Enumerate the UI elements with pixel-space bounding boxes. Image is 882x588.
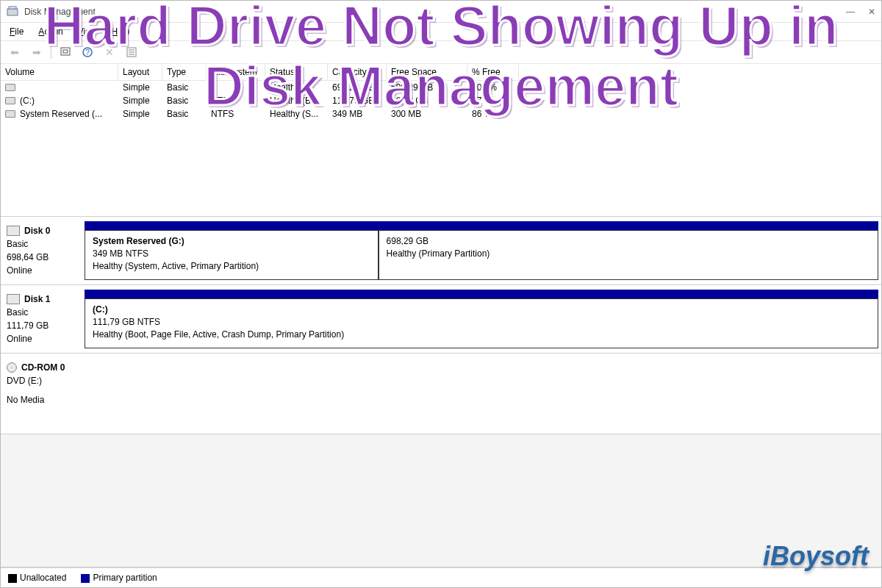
menu-help[interactable]: Help [106, 24, 136, 39]
col-layout[interactable]: Layout [118, 64, 162, 81]
disk-label[interactable]: Disk 0 Basic 698,64 GB Online [4, 221, 85, 280]
volume-header-row: Volume Layout Type File System Status Ca… [1, 64, 881, 81]
cell-free: 18,93 GB [387, 94, 467, 107]
col-filesystem[interactable]: File System [207, 64, 265, 81]
disk-icon [7, 226, 20, 236]
cell-type: Basic [162, 107, 207, 121]
partition-status: Healthy (Primary Partition) [387, 248, 870, 260]
cdrom-state: No Media [7, 393, 82, 406]
drive-icon [5, 110, 15, 118]
svg-rect-3 [63, 50, 68, 53]
disk-management-window: Disk Management — ✕ File Action View Hel… [0, 0, 882, 588]
cell-capacity: 111,79 GB [328, 94, 387, 107]
cell-vol: System Reserved (... [20, 109, 102, 119]
volume-row[interactable]: System Reserved (... Simple Basic NTFS H… [1, 107, 881, 121]
graphical-view: Disk 0 Basic 698,64 GB Online System Res… [1, 217, 881, 587]
svg-rect-2 [61, 48, 70, 55]
cell-pctfree: 17 % [467, 94, 519, 107]
svg-rect-0 [7, 9, 18, 15]
close-button[interactable]: ✕ [868, 7, 875, 17]
legend: Unallocated Primary partition [1, 567, 881, 587]
partition-status: Healthy (Boot, Page File, Active, Crash … [93, 329, 870, 341]
properties-button[interactable] [123, 44, 140, 60]
partition-status: Healthy (System, Active, Primary Partiti… [93, 260, 370, 273]
disk-row-1: Disk 1 Basic 111,79 GB Online (C:) 111,7… [1, 285, 881, 354]
volume-list: Volume Layout Type File System Status Ca… [1, 64, 881, 217]
minimize-button[interactable]: — [846, 7, 855, 17]
disk-label[interactable]: Disk 1 Basic 111,79 GB Online [4, 290, 85, 348]
partition-primary[interactable]: 698,29 GB Healthy (Primary Partition) [379, 230, 878, 280]
partition-info: 111,79 GB NTFS [93, 316, 870, 329]
cell-layout: Simple [118, 81, 162, 94]
volume-row[interactable]: (C:) Simple Basic NTFS Healthy (B... 111… [1, 94, 881, 107]
col-volume[interactable]: Volume [1, 64, 118, 81]
volume-row[interactable]: Simple Basic Healthy (... 698,29 GB 698,… [1, 81, 881, 94]
delete-button[interactable]: ✕ [101, 44, 118, 60]
cell-status: Healthy (B... [265, 94, 328, 107]
disk-label[interactable]: CD-ROM 0 DVD (E:) No Media [4, 358, 85, 429]
volume-empty-area [1, 121, 881, 216]
disk-bar [85, 290, 878, 298]
disk-type: Basic [7, 237, 82, 251]
menubar: File Action View Help [1, 23, 881, 40]
disk-size: 698,64 GB [7, 251, 82, 264]
svg-text:?: ? [85, 49, 90, 57]
partition-info: 349 MB NTFS [93, 248, 370, 260]
disk-name: Disk 1 [24, 293, 50, 306]
disk-state: Online [7, 264, 82, 277]
svg-rect-1 [9, 7, 16, 9]
cell-type: Basic [162, 81, 207, 94]
disk-size: 111,79 GB [7, 319, 82, 332]
toolbar: ⬅ ➡ ? ✕ [1, 40, 881, 64]
col-capacity[interactable]: Capacity [328, 64, 387, 81]
col-type[interactable]: Type [162, 64, 207, 81]
window-title: Disk Management [24, 7, 96, 17]
cell-fs [207, 81, 265, 94]
cdrom-icon [7, 362, 17, 373]
disk-name: Disk 0 [24, 224, 50, 237]
disk-icon [7, 294, 20, 304]
col-pctfree[interactable]: % Free [467, 64, 519, 81]
app-icon [7, 6, 18, 18]
cell-type: Basic [162, 94, 207, 107]
partition-info: 698,29 GB [387, 235, 870, 248]
disk-bar [85, 221, 878, 230]
cell-capacity: 349 MB [328, 107, 387, 121]
help-button[interactable]: ? [79, 44, 96, 60]
legend-unallocated: Unallocated [8, 573, 66, 583]
cell-capacity: 698,29 GB [328, 81, 387, 94]
disk-state: Online [7, 332, 82, 345]
cell-fs: NTFS [207, 94, 265, 107]
graphical-empty [1, 434, 881, 567]
col-free[interactable]: Free Space [387, 64, 467, 81]
menu-action[interactable]: Action [32, 24, 68, 39]
cell-status: Healthy (... [265, 81, 328, 94]
partition-name: System Reserved (G:) [93, 235, 370, 248]
partition-c[interactable]: (C:) 111,79 GB NTFS Healthy (Boot, Page … [85, 298, 878, 348]
col-status[interactable]: Status [265, 64, 328, 81]
partition-name: (C:) [93, 304, 870, 316]
disk-name: CD-ROM 0 [21, 361, 65, 374]
titlebar: Disk Management — ✕ [1, 1, 881, 23]
cell-pctfree: 100 % [467, 81, 519, 94]
refresh-button[interactable] [57, 44, 74, 60]
menu-file[interactable]: File [4, 24, 29, 39]
cell-vol: (C:) [20, 96, 35, 106]
cell-layout: Simple [118, 107, 162, 121]
cell-free: 698,29 GB [387, 81, 467, 94]
menu-view[interactable]: View [72, 24, 103, 39]
cell-pctfree: 86 % [467, 107, 519, 121]
disk-row-cdrom: CD-ROM 0 DVD (E:) No Media [1, 354, 881, 434]
legend-primary: Primary partition [81, 573, 157, 583]
partition-system-reserved[interactable]: System Reserved (G:) 349 MB NTFS Healthy… [85, 230, 379, 280]
back-button[interactable]: ⬅ [7, 44, 23, 60]
drive-icon [5, 97, 15, 104]
forward-button[interactable]: ➡ [29, 44, 45, 60]
disk-row-0: Disk 0 Basic 698,64 GB Online System Res… [1, 217, 881, 285]
drive-icon [5, 84, 15, 91]
cdrom-drive: DVD (E:) [7, 374, 82, 387]
toolbar-divider [51, 46, 51, 59]
cell-free: 300 MB [387, 107, 467, 121]
disk-type: Basic [7, 306, 82, 319]
cell-fs: NTFS [207, 107, 265, 121]
